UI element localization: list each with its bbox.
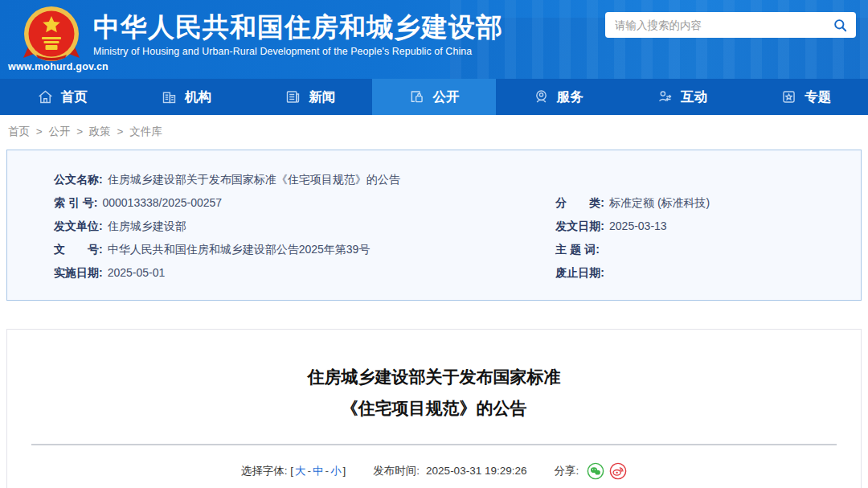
publish-time-value: 2025-03-31 19:29:26 [426,465,526,477]
meta-label-name: 公文名称: [54,168,103,191]
breadcrumb-policy[interactable]: 政策 [89,125,111,137]
ministry-title-en: Ministry of Housing and Urban-Rural Deve… [93,46,503,57]
font-size-selector: 选择字体: [大-中-小] [241,464,346,478]
font-separator: - [308,465,312,477]
article-title: 住房城乡建设部关于发布国家标准 《住宅项目规范》的公告 [7,330,861,424]
nav-item-label: 专题 [805,88,831,106]
article-divider [31,444,837,445]
breadcrumb-home[interactable]: 首页 [8,125,30,137]
nav-item-label: 新闻 [309,88,335,106]
meta-value-name: 住房城乡建设部关于发布国家标准《住宅项目规范》的公告 [108,168,400,191]
interaction-icon [657,88,674,105]
meta-label-effective-date: 实施日期: [54,261,103,285]
national-emblem-block: www.mohurd.gov.cn [8,5,95,72]
article-title-line2: 《住宅项目规范》的公告 [7,393,861,424]
meta-row-category: 分 类: 标准定额 (标准科技) [555,191,814,215]
main-nav: 首页 机构 新闻 公开 服务 互 [0,79,868,115]
nav-item-services[interactable]: 服务 [496,79,620,115]
meta-left-column: 索 引 号: 000013338/2025-00257 发文单位: 住房城乡建设… [54,191,555,285]
nav-item-label: 公开 [432,88,459,106]
article-meta-bar: 选择字体: [大-中-小] 发布时间: 2025-03-31 19:29:26 … [7,462,861,480]
nav-item-disclosure[interactable]: 公开 [372,79,496,115]
site-header: www.mohurd.gov.cn 中华人民共和国住房和城乡建设部 Minist… [0,0,868,79]
meta-label-issue-date: 发文日期: [555,215,604,238]
font-size-large-link[interactable]: 大 [295,465,306,477]
search-box[interactable] [605,12,856,38]
home-icon [37,88,54,105]
site-url: www.mohurd.gov.cn [8,61,95,72]
meta-row-repeal-date: 废止日期: [555,261,814,285]
national-emblem-icon [18,5,84,63]
font-separator: - [326,465,330,477]
meta-label-index: 索 引 号: [54,191,97,215]
nav-item-label: 机构 [185,88,211,106]
font-size-medium-link[interactable]: 中 [313,465,324,477]
bracket: [ [290,465,293,477]
meta-right-column: 分 类: 标准定额 (标准科技) 发文日期: 2025-03-13 主 题 词:… [555,191,814,285]
wechat-share-icon[interactable] [587,462,604,480]
nav-item-label: 首页 [61,88,88,106]
breadcrumb-separator: > [117,125,124,137]
breadcrumb: 首页 > 公开 > 政策 > 文件库 [0,115,868,139]
meta-row-issuer: 发文单位: 住房城乡建设部 [54,215,555,238]
meta-label-doc-number: 文 号: [54,238,103,261]
meta-row-issue-date: 发文日期: 2025-03-13 [555,215,814,238]
document-meta-box: 公文名称: 住房城乡建设部关于发布国家标准《住宅项目规范》的公告 索 引 号: … [6,150,862,301]
publish-time-label: 发布时间: [373,464,420,478]
meta-value-issuer: 住房城乡建设部 [108,215,186,238]
breadcrumb-separator: > [36,125,43,137]
meta-value-category: 标准定额 (标准科技) [609,191,710,215]
meta-label-category: 分 类: [555,191,604,215]
nav-item-home[interactable]: 首页 [0,79,124,115]
meta-value-index: 000013338/2025-00257 [102,191,222,215]
nav-item-label: 互动 [681,88,707,106]
meta-row-keywords: 主 题 词: [555,238,814,261]
nav-item-news[interactable]: 新闻 [248,79,372,115]
share-icons [587,462,627,480]
disclosure-icon [408,88,425,105]
search-icon[interactable] [833,18,848,33]
nav-item-label: 服务 [557,88,583,106]
meta-label-keywords: 主 题 词: [555,238,599,261]
organization-icon [161,88,178,105]
weibo-share-icon[interactable] [609,462,627,480]
breadcrumb-disclosure[interactable]: 公开 [48,125,70,137]
meta-value-issue-date: 2025-03-13 [609,215,667,238]
meta-value-effective-date: 2025-05-01 [108,261,166,285]
meta-row-doc-number: 文 号: 中华人民共和国住房和城乡建设部公告2025年第39号 [54,238,555,261]
meta-label-issuer: 发文单位: [54,215,103,238]
nav-item-topics[interactable]: 专题 [744,79,868,115]
font-select-label: 选择字体: [241,465,288,477]
news-icon [285,88,301,105]
title-block: 中华人民共和国住房和城乡建设部 Ministry of Housing and … [93,10,503,57]
meta-row-effective-date: 实施日期: 2025-05-01 [54,261,555,285]
breadcrumb-library[interactable]: 文件库 [129,125,162,137]
search-input[interactable] [615,19,833,31]
meta-row-index: 索 引 号: 000013338/2025-00257 [54,191,555,215]
meta-value-doc-number: 中华人民共和国住房和城乡建设部公告2025年第39号 [108,238,371,261]
font-size-small-link[interactable]: 小 [330,465,342,477]
bracket: ] [343,465,346,477]
nav-item-interaction[interactable]: 互动 [620,79,743,115]
article-box: 住房城乡建设部关于发布国家标准 《住宅项目规范》的公告 选择字体: [大-中-小… [6,329,862,488]
meta-label-repeal-date: 废止日期: [555,261,604,285]
share-label: 分享: [554,464,579,478]
nav-item-organization[interactable]: 机构 [124,79,248,115]
article-title-line1: 住房城乡建设部关于发布国家标准 [7,362,861,393]
breadcrumb-separator: > [76,125,83,137]
ministry-title-cn: 中华人民共和国住房和城乡建设部 [93,10,503,43]
meta-row-name: 公文名称: 住房城乡建设部关于发布国家标准《住宅项目规范》的公告 [54,168,814,191]
topics-icon [780,88,797,105]
services-icon [533,88,550,105]
